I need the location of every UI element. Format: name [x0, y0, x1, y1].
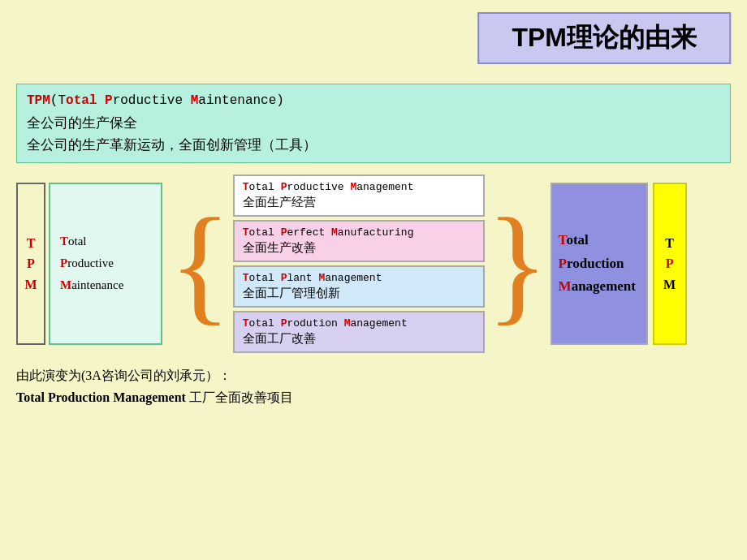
- far-right-t: T: [665, 233, 674, 254]
- page-container: TPM理论的由来 TPM(Total Productive Maintenanc…: [0, 0, 747, 560]
- brace-right: }: [486, 199, 549, 329]
- item-box-1: Total Productive Management 全面生产经营: [233, 174, 485, 217]
- right-line3: Management: [559, 275, 636, 299]
- item2-zh: 全面生产改善: [243, 240, 475, 256]
- left-letter-p: P: [27, 253, 35, 274]
- left-letter-m: M: [24, 274, 37, 295]
- item1-zh: 全面生产经营: [243, 195, 475, 210]
- right-tpm-box: Total Production Management: [551, 183, 648, 345]
- bottom-line2: Total Production Management 工厂全面改善项目: [16, 386, 731, 408]
- bottom-bold: Total Production Management: [16, 390, 186, 404]
- desc-line2: 全公司的生产保全: [27, 112, 720, 134]
- tpm-line2: Productive: [60, 252, 151, 274]
- four-boxes: Total Productive Management 全面生产经营 Total…: [233, 174, 485, 353]
- item-box-2: Total Perfect Manufacturing 全面生产改善: [233, 220, 485, 262]
- far-right-m: M: [663, 274, 676, 295]
- page-title: TPM理论的由来: [512, 23, 697, 52]
- brace-left: {: [169, 199, 231, 329]
- tpm-line3: Maintenance: [60, 274, 151, 296]
- desc-line3: 全公司的生产革新运动，全面创新管理（工具）: [27, 134, 720, 156]
- item2-en: Total Perfect Manufacturing: [243, 226, 475, 239]
- left-tpm-box: T P M: [16, 183, 45, 345]
- item1-en: Total Productive Management: [243, 181, 475, 193]
- tpm-full-box: Total Productive Maintenance: [49, 183, 162, 345]
- item4-en: Total Prodution Management: [243, 317, 475, 330]
- bottom-rest: 工厂全面改善项目: [186, 390, 293, 404]
- right-line1: Total: [559, 229, 589, 252]
- title-box: TPM理论的由来: [477, 12, 731, 64]
- item3-zh: 全面工厂管理创新: [243, 286, 475, 301]
- tpm-abbr: TPM: [27, 93, 50, 108]
- desc-line1: TPM(Total Productive Maintenance): [27, 91, 720, 112]
- item-box-3: Total Plant Management 全面工厂管理创新: [233, 265, 485, 308]
- tpm-line1: Total: [60, 230, 151, 252]
- left-letter-t: T: [27, 233, 36, 254]
- item-box-4: Total Prodution Management 全面工厂改善: [233, 311, 485, 353]
- item3-en: Total Plant Management: [243, 272, 475, 284]
- item4-zh: 全面工厂改善: [243, 331, 475, 347]
- far-right-p: P: [666, 253, 674, 274]
- bottom-line1: 由此演变为(3A咨询公司的刘承元）：: [16, 364, 731, 386]
- right-line2: Production: [559, 252, 624, 276]
- desc-box: TPM(Total Productive Maintenance) 全公司的生产…: [16, 84, 731, 163]
- far-right-box: T P M: [653, 183, 687, 345]
- main-area: T P M Total Productive Maintenance { Tot…: [16, 174, 731, 353]
- bottom-text: 由此演变为(3A咨询公司的刘承元）： Total Production Mana…: [16, 364, 731, 408]
